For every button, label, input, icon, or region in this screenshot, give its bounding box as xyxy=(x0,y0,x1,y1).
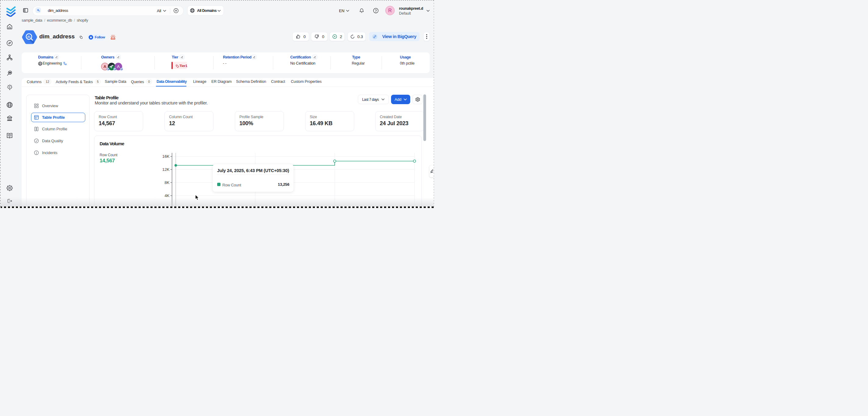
svg-text:8K: 8K xyxy=(164,180,169,185)
svg-text:4K: 4K xyxy=(164,193,169,198)
svg-text:12K: 12K xyxy=(162,167,169,172)
svg-text:16K: 16K xyxy=(162,154,169,159)
